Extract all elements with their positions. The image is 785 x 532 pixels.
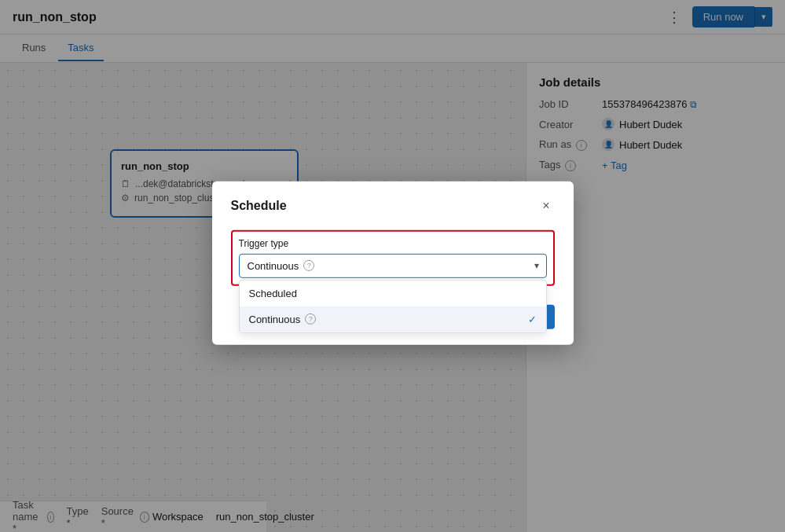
trigger-type-box: Trigger type Continuous ? ▾ Scheduled [231,229,555,285]
trigger-type-dropdown-wrapper: Continuous ? ▾ Scheduled Continuous ? [239,253,547,277]
option-scheduled-label: Scheduled [249,287,297,299]
dropdown-info-icon: ? [303,260,314,271]
modal-title: Schedule [231,198,287,212]
modal-header: Schedule × [231,196,555,214]
page-background: run_non_stop ⋮ Run now ▾ Runs Tasks › ru… [0,0,785,532]
dropdown-selected-value: Continuous [248,259,299,271]
dropdown-menu: Scheduled Continuous ? ✓ [239,279,547,332]
option-continuous[interactable]: Continuous ? ✓ [240,306,546,332]
option-continuous-label: Continuous [249,313,301,325]
checkmark-icon: ✓ [528,313,537,325]
schedule-modal: Schedule × Trigger type Continuous ? ▾ S… [212,181,574,344]
trigger-type-label: Trigger type [239,237,547,248]
trigger-type-dropdown[interactable]: Continuous ? [239,253,547,277]
modal-close-button[interactable]: × [537,196,554,214]
option-continuous-info-icon: ? [305,314,316,325]
option-continuous-content: Continuous ? [249,313,317,325]
option-scheduled[interactable]: Scheduled [240,280,546,306]
dropdown-display-text: Continuous ? [248,259,315,271]
